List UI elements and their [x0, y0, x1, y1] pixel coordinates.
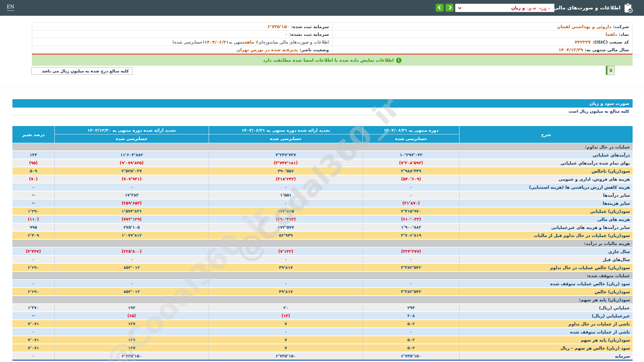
change-percent-value: ۷٬۰۷۱	[12, 320, 54, 327]
statement-row: ناشي از عملیات متوقف شده۰۰۰۰	[12, 328, 633, 336]
statement-row: سایر درآمدها و هزینه های غیرعملیاتی۱٬۹۰۰…	[12, 224, 633, 231]
row-label: سود(زیان) ناخالص	[459, 167, 633, 175]
period-value: ۱۰٬۲۹۷٬۰۴۲	[363, 151, 459, 159]
period-value	[209, 143, 363, 150]
chevron-right-icon	[447, 5, 452, 10]
period-value: ۱۲۷	[54, 344, 209, 352]
period-value: (۹٬۰۷۹٬۸۴۵)	[54, 159, 209, 167]
period-value: ۱٬۹۰۰٬۸۸۲	[363, 224, 459, 231]
income-statement-table: شرح دوره منتهی به ۱۴۰۴/۰۶/۳۱ تجدید ارائه…	[12, 126, 633, 361]
header-period-restated-1: تجدید ارائه شده دوره منتهی به ۱۴۰۳/۰۶/۳۱	[209, 126, 363, 134]
period-value: (۷٬۱۳۲)	[209, 248, 363, 255]
change-percent-value: (۱۱۰)	[12, 216, 54, 223]
change-percent-value: ۷٬۰۷۱	[12, 344, 54, 352]
header-audited-0: حسابرسی شده	[363, 134, 459, 143]
period-value: ۰	[209, 183, 363, 191]
period-value: ۲٬۹۸۸٬۴۴۹	[363, 167, 459, 175]
company-cell: کد صنعت (ISIC):۴۳۲۳۲۷	[332, 38, 633, 46]
period-value: ۱۲۷	[54, 320, 209, 327]
row-label: عملیاتي (ریال)	[459, 304, 633, 311]
row-label: ناشي از عملیات در حال تداوم	[459, 320, 633, 327]
row-label: هزینه های مالی	[459, 216, 633, 223]
row-label: سرمایه	[459, 352, 633, 360]
page: EN صورت سود و زیان اطلاعات و صورت‌های ما…	[0, 0, 644, 362]
company-value: ۶٬۷۳۵٬۱۵۰	[267, 24, 289, 29]
statement-row: سود(زیان) پایه هر سهم۵۰۲۷۱۲۷۷٬۰۷۱	[12, 336, 633, 344]
change-percent-value: ۶٬۴۰۹	[12, 232, 54, 239]
row-label: سود(زیان) خالص عملیات در حال تداوم	[459, 264, 633, 271]
company-value: دلقما	[605, 32, 617, 37]
statement-row: سایر هزینه‌ها(۳۱٬۸۷۰)۰(۲۵۹٬۶۵۳)--	[12, 199, 633, 207]
company-label: سرمایه ثبت شده:	[291, 24, 329, 29]
company-value: ۱۴۰۴/۱۲/۲۹	[558, 47, 583, 52]
period-value	[54, 296, 209, 303]
row-label: سود(زیان) عملیات در حال تداوم قبل از مال…	[459, 232, 633, 239]
page-title: اطلاعات و صورت‌های مالی میاندوره‌ای	[525, 5, 621, 11]
change-percent-value: ۱۴۳	[12, 151, 54, 159]
company-cell: سال مالی منتهی به:۱۴۰۴/۱۲/۲۹	[332, 46, 633, 53]
row-label: سال‌هاي قبل	[459, 256, 633, 263]
next-report-button[interactable]	[445, 4, 453, 12]
change-percent-value: ۰	[12, 183, 54, 191]
period-value: ۰	[209, 280, 363, 287]
period-value: ۲۷۵٬۱۰۵	[54, 224, 209, 231]
row-label: هزینه مالیات بر درآمد:	[459, 240, 633, 247]
period-value: ۴٬۲۳۷٬۷۳۷	[209, 151, 363, 159]
company-value: ۱۴۰۴/۰۶/۳۱	[204, 40, 229, 45]
row-label: سایر هزینه‌ها	[459, 199, 633, 207]
excel-export-icon[interactable]	[606, 66, 615, 75]
company-cell: سرمایه ثبت نشده:۰	[32, 31, 332, 38]
row-label: هزینه های فروش، اداری و عمومی	[459, 175, 633, 183]
statement-row: سود(زیان) ناخالص۲٬۹۸۸٬۴۴۹۴۹۰٬۵۵۶۲٬۵۲۵٬۰۳…	[12, 167, 633, 175]
period-value: ۰	[54, 280, 209, 287]
statement-row: هزینه کاهش ارزش دریافتني ها (هزینه استثن…	[12, 183, 633, 191]
period-value: (۷۷۲٬۱۲۹)	[54, 216, 209, 223]
language-switch-en[interactable]: EN	[7, 4, 14, 11]
statement-row: سود(زیان) پایه هر سهم:	[12, 296, 633, 303]
period-value: ۶٬۷۳۵٬۱۵۰	[209, 352, 363, 360]
change-percent-value	[12, 143, 54, 150]
period-value: ۴۹۰٬۵۵۶	[209, 167, 363, 175]
period-value: (۶۵)	[54, 312, 209, 319]
period-value: ۶٬۷۳۵٬۱۵۰	[363, 352, 459, 360]
company-cell: وضعیت ناشر:پذیرفته شده در بورس تهران	[32, 46, 332, 53]
change-percent-value: --	[12, 191, 54, 199]
company-cell: شرکت:داروئي و بهداشتي لقمان	[332, 23, 633, 30]
period-value: ۷	[209, 336, 363, 344]
company-label: سرمایه ثبت نشده:	[289, 32, 329, 37]
company-label: کد صنعت (ISIC):	[592, 40, 629, 45]
period-value: (۳۲۴٬۲۷۷)	[363, 248, 459, 255]
table-header: شرح دوره منتهی به ۱۴۰۴/۰۶/۳۱ تجدید ارائه…	[12, 126, 633, 143]
row-label: عملیات در حال تداوم:	[459, 143, 633, 150]
company-label: سال مالی منتهی به:	[585, 47, 629, 52]
company-label: شرکت:	[613, 24, 629, 29]
statement-title-bar: صورت سود و زیان	[12, 99, 633, 108]
period-value: ۲٬۵۲۵٬۰۳۷	[54, 167, 209, 175]
statement-row: هزینه مالیات بر درآمد:	[12, 240, 633, 247]
row-label: سایر درآمدها	[459, 191, 633, 199]
period-value: ۲۰۸	[363, 312, 459, 319]
header-audited-1: حسابرسی شده	[209, 134, 363, 143]
statement-row: عملیات در حال تداوم:	[12, 143, 633, 150]
previous-report-button[interactable]	[436, 4, 444, 12]
period-value: ۰	[209, 256, 363, 263]
change-percent-value: ۷٬۰۷۱	[12, 336, 54, 344]
company-label: وضعیت ناشر:	[300, 47, 329, 52]
section-separator	[0, 88, 644, 88]
company-label: اطلاعات و صورت‌های مالی میاندوره‌ای	[259, 40, 329, 45]
change-percent-value: ۶٬۶۹۰	[12, 264, 54, 271]
amounts-unit-note: کلیه مبالغ درج شده به میلیون ریال می باش…	[31, 67, 132, 75]
company-label: نماد:	[619, 32, 629, 37]
period-value: ۱۱٬۶۰۴٬۸۸۲	[54, 151, 209, 159]
period-value: ۳٬۷۰۶٬۸۱۹	[363, 232, 459, 239]
period-value: ۸۵۲٬۰۱۲	[54, 288, 209, 295]
period-value: ۰	[363, 256, 459, 263]
period-value: ۷	[209, 320, 363, 327]
row-label: سود(زیان) پایه هر سهم	[459, 336, 633, 344]
change-percent-value: ۰	[12, 280, 54, 287]
statement-row: هزینه های مالی(۶۱۰٬۰۳۳)(۲۹۰٬۴۹۳)(۷۷۲٬۱۲۹…	[12, 216, 633, 223]
header-period-current: دوره منتهی به ۱۴۰۴/۰۶/۳۱	[363, 126, 459, 134]
period-value	[209, 240, 363, 247]
period-value: ۲٬۴۱۵٬۹۷۰	[363, 207, 459, 215]
period-value	[363, 296, 459, 303]
